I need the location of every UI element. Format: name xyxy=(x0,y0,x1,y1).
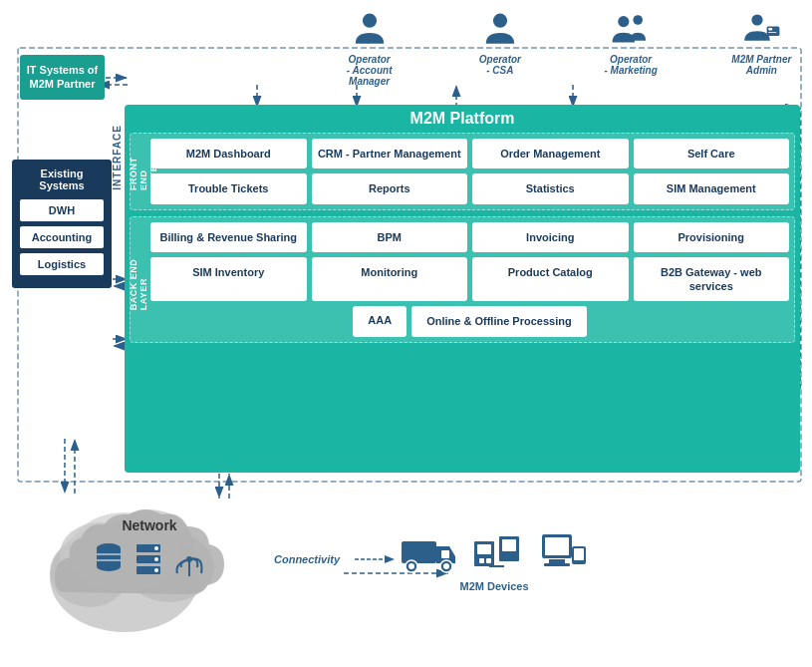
industrial-device-icon xyxy=(469,526,524,576)
computer-device-icon xyxy=(534,526,589,576)
cell-product-catalog: Product Catalog xyxy=(472,257,629,302)
frontend-grid: M2M Dashboard CRM - Partner Management O… xyxy=(150,139,789,204)
svg-rect-61 xyxy=(477,544,491,554)
existing-item-dwh: DWH xyxy=(20,199,104,221)
person-icon xyxy=(350,10,390,50)
antenna-icon xyxy=(174,541,204,576)
cell-sim-management: SIM Management xyxy=(634,173,790,203)
svg-rect-67 xyxy=(545,537,569,555)
backend-grid: Billing & Revenue Sharing BPM Invoicing … xyxy=(150,222,789,302)
personas-row: Operator- Account Manager Operator- CSA … xyxy=(279,10,802,87)
cell-reports: Reports xyxy=(312,173,468,203)
backend-layer: Back end Layer Billing & Revenue Sharing… xyxy=(130,216,795,343)
svg-point-27 xyxy=(634,15,644,25)
existing-item-logistics: Logistics xyxy=(20,253,104,275)
svg-point-26 xyxy=(618,16,629,27)
person-marketing-icon xyxy=(611,10,651,50)
persona-m2m-partner-admin: M2M Partner Admin xyxy=(721,10,802,87)
cell-aaa: AAA xyxy=(353,306,406,336)
cell-monitoring: Monitoring xyxy=(312,257,468,302)
persona-label: M2M Partner Admin xyxy=(721,54,802,76)
cell-bpm: BPM xyxy=(312,222,468,252)
admin-icon xyxy=(741,10,781,50)
existing-item-accounting: Accounting xyxy=(20,226,104,248)
svg-rect-69 xyxy=(544,563,570,566)
connectivity-label: Connectivity xyxy=(274,553,340,565)
backend-layer-label: Back end Layer xyxy=(129,248,148,311)
svg-point-57 xyxy=(443,563,449,569)
cell-crm-partner: CRM - Partner Management xyxy=(312,139,468,168)
cell-sim-inventory: SIM Inventory xyxy=(150,257,307,302)
network-title-container: Network xyxy=(95,517,204,576)
m2m-devices-label: M2M Devices xyxy=(459,580,528,592)
svg-point-47 xyxy=(154,557,158,561)
m2m-platform-title: M2M Platform xyxy=(130,110,795,128)
svg-point-40 xyxy=(97,561,121,571)
svg-point-50 xyxy=(186,556,192,562)
svg-rect-62 xyxy=(502,539,516,551)
interface-label: Interface xyxy=(112,125,123,190)
cell-b2b-gateway: B2B Gateway - web services xyxy=(634,257,790,302)
persona-operator-csa: Operator- CSA xyxy=(459,10,540,87)
diagram-container: IT Systems of M2M Partner Interface Oper… xyxy=(0,0,812,667)
svg-point-48 xyxy=(154,568,158,572)
m2m-devices-container: M2M Devices xyxy=(400,526,589,592)
svg-point-25 xyxy=(493,14,507,28)
svg-rect-68 xyxy=(549,559,565,563)
svg-point-28 xyxy=(752,14,763,25)
aaa-row: AAA Online & Offline Processing xyxy=(150,306,789,336)
svg-rect-29 xyxy=(767,26,780,36)
existing-systems: Existing Systems DWH Accounting Logistic… xyxy=(12,160,112,288)
cell-trouble-tickets: Trouble Tickets xyxy=(150,173,307,203)
frontend-layer-label: Front end Layer xyxy=(129,153,158,190)
existing-systems-title: Existing Systems xyxy=(20,167,104,191)
svg-rect-31 xyxy=(769,32,777,33)
persona-label: Operator- Marketing xyxy=(604,54,657,76)
svg-rect-30 xyxy=(769,28,773,30)
m2m-platform: M2M Platform Front end Layer M2M Dashboa… xyxy=(125,105,800,473)
persona-operator-marketing: Operator- Marketing xyxy=(591,10,672,87)
frontend-layer: Front end Layer M2M Dashboard CRM - Part… xyxy=(130,133,795,210)
person-icon xyxy=(480,10,520,50)
m2m-devices-icons xyxy=(400,526,589,576)
svg-point-46 xyxy=(154,546,158,550)
server-icon xyxy=(135,541,162,576)
persona-label: Operator- Account Manager xyxy=(329,54,409,87)
cell-m2m-dashboard: M2M Dashboard xyxy=(150,139,307,168)
cell-invoicing: Invoicing xyxy=(472,222,629,252)
cell-provisioning: Provisioning xyxy=(634,222,790,252)
cell-online-offline: Online & Offline Processing xyxy=(411,306,586,336)
network-section: Network xyxy=(40,470,797,649)
database-icon xyxy=(95,541,123,576)
svg-rect-63 xyxy=(479,558,484,563)
svg-rect-64 xyxy=(486,558,491,563)
svg-point-55 xyxy=(408,563,414,569)
cell-self-care: Self Care xyxy=(634,139,790,168)
truck-icon xyxy=(400,526,459,576)
svg-rect-53 xyxy=(402,541,436,563)
persona-label: Operator- CSA xyxy=(479,54,521,76)
network-title: Network xyxy=(95,517,204,533)
svg-point-24 xyxy=(363,14,377,28)
svg-rect-58 xyxy=(441,550,449,558)
network-icons xyxy=(95,541,204,576)
connectivity-arrow xyxy=(355,549,395,569)
cell-statistics: Statistics xyxy=(472,173,629,203)
svg-rect-71 xyxy=(574,548,584,560)
svg-marker-52 xyxy=(385,555,395,563)
cell-billing-revenue: Billing & Revenue Sharing xyxy=(150,222,307,252)
cloud-container: Network xyxy=(40,483,259,637)
persona-operator-account-manager: Operator- Account Manager xyxy=(329,10,409,87)
cell-order-management: Order Management xyxy=(472,139,629,168)
it-systems-box: IT Systems of M2M Partner xyxy=(20,55,105,100)
